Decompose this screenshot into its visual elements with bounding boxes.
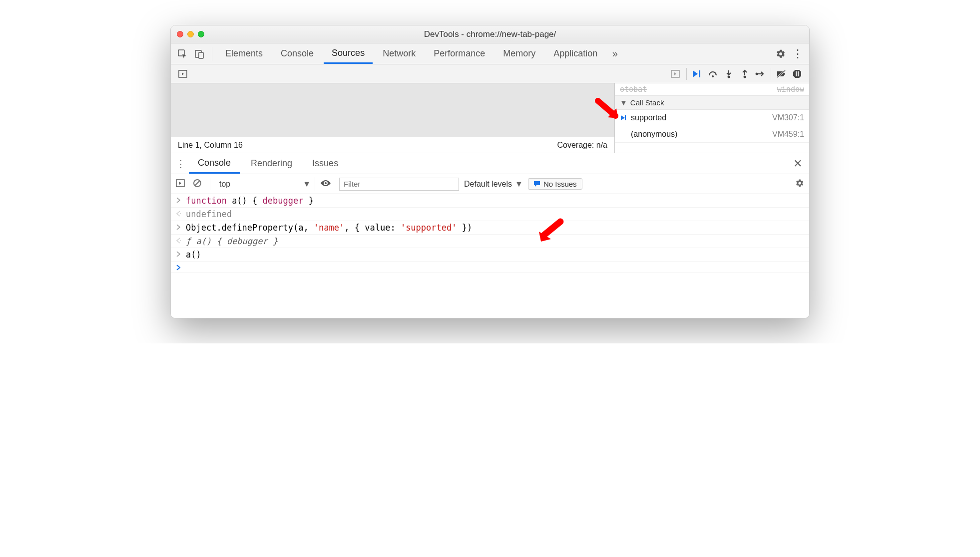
console-row[interactable]: a() (171, 248, 809, 262)
scope-row-truncated: otobat window (615, 83, 809, 96)
device-toggle-icon[interactable] (192, 46, 207, 61)
svg-point-7 (728, 75, 730, 78)
debugger-pane-toggle-icon[interactable] (668, 67, 682, 81)
svg-point-18 (325, 182, 327, 184)
tab-memory[interactable]: Memory (495, 43, 543, 64)
console-row[interactable]: Object.defineProperty(a, 'name', { value… (171, 221, 809, 235)
tab-sources[interactable]: Sources (324, 43, 373, 64)
drawer-tab-console[interactable]: Console (189, 153, 240, 174)
console-row[interactable]: ƒ a() { debugger } (171, 235, 809, 248)
svg-rect-2 (199, 52, 203, 58)
output-chevron-icon (176, 237, 186, 244)
console-row[interactable]: undefined (171, 208, 809, 221)
input-chevron-icon (176, 251, 186, 258)
svg-rect-13 (798, 71, 799, 76)
step-out-icon[interactable] (738, 67, 752, 81)
svg-point-8 (744, 75, 746, 78)
tab-console[interactable]: Console (273, 43, 322, 64)
titlebar: DevTools - chrome://new-tab-page/ (171, 25, 809, 43)
chevron-down-icon: ▼ (515, 180, 523, 189)
kebab-menu-icon[interactable]: ⋮ (790, 46, 805, 61)
current-frame-arrow-icon (620, 114, 627, 121)
svg-point-20 (180, 240, 181, 241)
console-prompt[interactable] (171, 262, 809, 273)
console-filter-input[interactable] (339, 178, 459, 191)
tab-performance[interactable]: Performance (426, 43, 493, 64)
context-selector[interactable]: top ▼ (215, 177, 315, 191)
console-settings-icon[interactable] (795, 179, 804, 190)
sources-toolbar (171, 64, 809, 83)
live-expression-icon[interactable] (320, 179, 334, 189)
svg-point-6 (712, 75, 714, 77)
source-editor[interactable]: Line 1, Column 16 Coverage: n/a (171, 83, 614, 153)
cursor-position: Line 1, Column 16 (178, 141, 243, 150)
callstack-header[interactable]: ▼ Call Stack (615, 96, 809, 110)
coverage-status: Coverage: n/a (557, 141, 607, 150)
callstack-frame[interactable]: (anonymous) VM459:1 (615, 126, 809, 143)
drawer-close-icon[interactable]: ✕ (790, 157, 805, 170)
chevron-down-icon: ▼ (303, 180, 311, 189)
speech-bubble-icon (533, 181, 540, 188)
callstack-frame-location: VM459:1 (772, 130, 804, 139)
inspect-element-icon[interactable] (175, 46, 190, 61)
callstack-label: Call Stack (630, 98, 664, 107)
drawer-tab-issues[interactable]: Issues (303, 153, 347, 174)
tab-application[interactable]: Application (545, 43, 605, 64)
svg-rect-5 (699, 70, 700, 77)
drawer-tab-rendering[interactable]: Rendering (242, 153, 301, 174)
console-sidebar-toggle-icon[interactable] (176, 179, 188, 190)
tab-network[interactable]: Network (375, 43, 424, 64)
callstack-frame-name: supported (631, 113, 666, 122)
pause-exceptions-icon[interactable] (790, 67, 804, 81)
step-over-icon[interactable] (706, 67, 720, 81)
tab-elements[interactable]: Elements (217, 43, 271, 64)
resume-icon[interactable] (690, 67, 704, 81)
svg-rect-14 (625, 115, 626, 120)
drawer-tabbar: ⋮ Console Rendering Issues ✕ (171, 153, 809, 174)
prompt-chevron-icon (176, 264, 186, 271)
console-toolbar: top ▼ Default levels ▼ No Issues (171, 174, 809, 194)
deactivate-breakpoints-icon[interactable] (774, 67, 788, 81)
disclosure-triangle-icon: ▼ (620, 98, 627, 107)
issues-chip-label: No Issues (543, 180, 577, 188)
svg-point-19 (180, 213, 181, 214)
window-title: DevTools - chrome://new-tab-page/ (171, 29, 809, 39)
context-value: top (219, 180, 230, 189)
input-chevron-icon (176, 224, 186, 231)
clear-console-icon[interactable] (193, 179, 205, 190)
debugger-sidebar: otobat window ▼ Call Stack supported VM3… (614, 83, 809, 153)
svg-point-9 (756, 72, 758, 75)
more-tabs-icon[interactable]: » (607, 46, 622, 61)
input-chevron-icon (176, 197, 186, 204)
main-tabbar: Elements Console Sources Network Perform… (171, 43, 809, 64)
settings-icon[interactable] (773, 46, 788, 61)
output-chevron-icon (176, 210, 186, 217)
callstack-frame-location: VM307:1 (772, 113, 804, 122)
svg-line-17 (195, 181, 200, 186)
console-output[interactable]: function a() { debugger } undefined Obje… (171, 194, 809, 318)
step-into-icon[interactable] (722, 67, 736, 81)
console-row[interactable]: function a() { debugger } (171, 194, 809, 208)
callstack-frame-name: (anonymous) (631, 130, 677, 139)
navigator-toggle-icon[interactable] (176, 67, 190, 81)
log-levels-selector[interactable]: Default levels ▼ (464, 180, 523, 189)
issues-chip[interactable]: No Issues (528, 178, 582, 190)
drawer-kebab-icon[interactable]: ⋮ (175, 158, 187, 170)
log-levels-label: Default levels (464, 180, 512, 189)
callstack-frame[interactable]: supported VM307:1 (615, 110, 809, 126)
svg-rect-12 (796, 71, 797, 76)
step-icon[interactable] (754, 67, 768, 81)
